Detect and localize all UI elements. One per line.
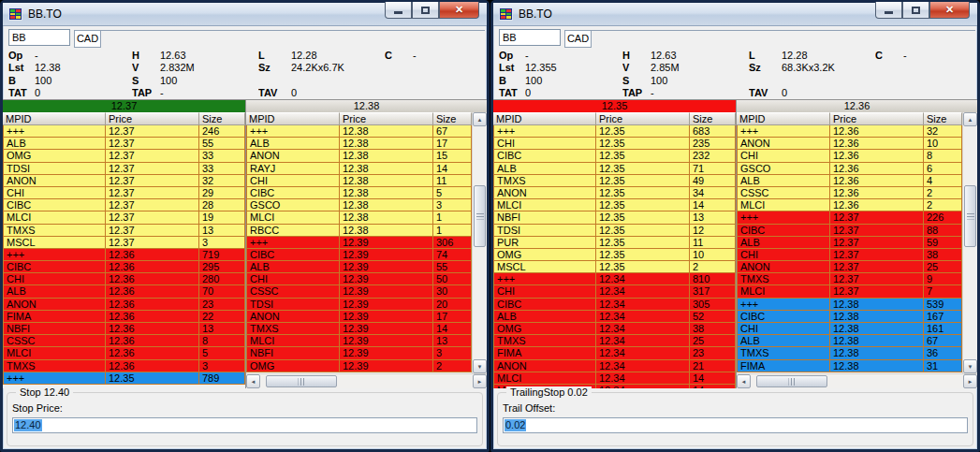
title-bar[interactable]: BB.TO ✕	[493, 3, 977, 26]
table-row[interactable]: ANON 12.38 15	[246, 150, 472, 162]
column-header-price[interactable]: Price	[340, 112, 433, 125]
scroll-right-icon[interactable]: ►	[963, 374, 977, 388]
table-row[interactable]: CSSC 12.36 8	[3, 335, 245, 347]
table-row[interactable]: GSCO 12.36 6	[737, 163, 962, 175]
column-header-mpid[interactable]: MPID	[246, 112, 340, 125]
table-row[interactable]: +++ 12.35 789	[3, 372, 245, 385]
scroll-up-icon[interactable]: ▲	[473, 112, 487, 126]
scroll-up-icon[interactable]: ▲	[963, 112, 977, 126]
close-button[interactable]: ✕	[929, 2, 970, 19]
table-row[interactable]: TMXS 12.38 36	[737, 347, 962, 359]
column-header-size[interactable]: Size	[924, 112, 962, 125]
table-row[interactable]: TDSI 12.39 20	[246, 299, 472, 311]
table-row[interactable]: CIBC 12.34 305	[493, 299, 736, 311]
table-row[interactable]: +++ 12.38 67	[246, 125, 472, 138]
column-header-mpid[interactable]: MPID	[737, 112, 830, 125]
table-row[interactable]: FIMA 12.36 22	[3, 311, 245, 323]
scroll-left-icon[interactable]: ◄	[737, 374, 751, 388]
table-row[interactable]: CIBC 12.38 167	[737, 311, 962, 323]
close-button[interactable]: ✕	[439, 2, 479, 19]
table-row[interactable]: MLCI 12.39 13	[246, 335, 472, 347]
table-row[interactable]: CIBC 12.38 5	[246, 187, 472, 199]
table-row[interactable]: RAYJ 12.38 14	[246, 163, 472, 175]
column-header-size[interactable]: Size	[690, 112, 736, 125]
table-row[interactable]: ANON 12.36 23	[3, 299, 245, 311]
vertical-scrollbar[interactable]: ▲ ▼	[472, 112, 487, 373]
table-row[interactable]: +++ 12.36 32	[737, 125, 962, 138]
table-row[interactable]: ALB 12.37 55	[3, 138, 245, 150]
vertical-scrollbar[interactable]: ▲ ▼	[962, 112, 977, 373]
restore-button[interactable]	[412, 2, 439, 19]
table-row[interactable]: MLCI 12.35 14	[493, 199, 736, 211]
table-row[interactable]: OMG 12.39 2	[246, 360, 472, 372]
table-row[interactable]: TMXS 12.37 13	[3, 225, 245, 237]
table-row[interactable]: MLCI 12.37 19	[3, 211, 245, 224]
horizontal-scrollbar[interactable]: ◄ ►	[737, 373, 977, 388]
table-row[interactable]: NBFI 12.36 13	[3, 323, 245, 335]
table-row[interactable]: MLCI 12.38 1	[246, 211, 472, 224]
table-row[interactable]: ALB 12.36 4	[737, 175, 962, 187]
table-row[interactable]: CHI 12.37 29	[3, 187, 245, 199]
column-header-mpid[interactable]: MPID	[3, 112, 106, 125]
currency-tab[interactable]: CAD	[74, 30, 101, 48]
horizontal-scrollbar-thumb[interactable]	[756, 375, 827, 387]
table-row[interactable]: FIMA 12.34 23	[493, 347, 736, 359]
symbol-input[interactable]: BB	[8, 29, 70, 46]
table-row[interactable]: MLCI 12.36 2	[737, 199, 962, 211]
restore-button[interactable]	[902, 2, 929, 19]
table-row[interactable]: TMXS 12.34 25	[493, 335, 736, 347]
table-row[interactable]: ALB 12.34 52	[493, 311, 736, 323]
table-row[interactable]: +++ 12.35 683	[493, 125, 736, 138]
column-header-price[interactable]: Price	[106, 112, 199, 125]
table-row[interactable]: ALB 12.38 67	[737, 335, 962, 347]
table-row[interactable]: MSCL 12.35 2	[493, 261, 736, 273]
table-row[interactable]: ANON 12.39 17	[246, 311, 472, 323]
table-row[interactable]: TMXS 12.35 49	[493, 175, 736, 187]
scroll-down-icon[interactable]: ▼	[473, 359, 487, 373]
table-row[interactable]: PUR 12.35 11	[493, 237, 736, 249]
table-row[interactable]: TDSI 12.35 12	[493, 225, 736, 237]
scroll-left-icon[interactable]: ◄	[246, 374, 260, 388]
table-row[interactable]: CIBC 12.37 88	[737, 225, 962, 237]
vertical-scrollbar-thumb[interactable]	[964, 185, 976, 247]
table-row[interactable]: ALB 12.35 71	[493, 163, 736, 175]
table-row[interactable]: TMXS 12.39 14	[246, 323, 472, 335]
table-row[interactable]: OMG 12.37 33	[3, 150, 245, 162]
table-row[interactable]: CIBC 12.37 28	[3, 199, 245, 211]
table-row[interactable]: FIMA 12.38 31	[737, 360, 962, 372]
table-row[interactable]: CSSC 12.39 30	[246, 285, 472, 298]
table-row[interactable]: CHI 12.39 50	[246, 273, 472, 285]
table-row[interactable]: RBCC 12.38 1	[246, 225, 472, 237]
scroll-down-icon[interactable]: ▼	[963, 359, 977, 373]
column-header-size[interactable]: Size	[433, 112, 472, 125]
horizontal-scrollbar[interactable]: ◄ ►	[246, 373, 487, 388]
table-row[interactable]: CHI 12.34 317	[493, 285, 736, 298]
table-row[interactable]: TDSI 12.37 33	[3, 163, 245, 175]
table-row[interactable]: CSSC 12.36 2	[737, 187, 962, 199]
table-row[interactable]: TMXS 12.37 9	[737, 273, 962, 285]
minimize-button[interactable]	[875, 2, 902, 19]
table-row[interactable]: GSCO 12.38 3	[246, 199, 472, 211]
table-row[interactable]: ANON 12.37 25	[737, 261, 962, 273]
table-row[interactable]: TMXS 12.36 3	[3, 360, 245, 372]
table-row[interactable]: ANON 12.37 32	[3, 175, 245, 187]
table-row[interactable]: CIBC 12.39 74	[246, 249, 472, 261]
table-row[interactable]: CHI 12.37 38	[737, 249, 962, 261]
column-header-size[interactable]: Size	[199, 112, 245, 125]
table-row[interactable]: CHI 12.35 235	[493, 138, 736, 150]
currency-tab[interactable]: CAD	[564, 30, 592, 48]
horizontal-scrollbar-thumb[interactable]	[266, 375, 337, 387]
table-row[interactable]: +++ 12.37 246	[3, 125, 245, 138]
table-row[interactable]: CHI 12.36 280	[3, 273, 245, 285]
table-row[interactable]: +++ 12.37 226	[737, 211, 962, 224]
trail-offset-input[interactable]: 0.02	[503, 417, 968, 433]
table-row[interactable]: MSCL 12.37 3	[3, 237, 245, 249]
table-row[interactable]: ANON 12.35 34	[493, 187, 736, 199]
column-header-price[interactable]: Price	[596, 112, 690, 125]
table-row[interactable]: +++ 12.38 539	[737, 299, 962, 311]
symbol-input[interactable]: BB	[499, 29, 561, 46]
title-bar[interactable]: BB.TO ✕	[3, 3, 487, 26]
table-row[interactable]: NBFI 12.39 3	[246, 347, 472, 359]
table-row[interactable]: ALB 12.36 70	[3, 285, 245, 298]
column-header-mpid[interactable]: MPID	[493, 112, 596, 125]
